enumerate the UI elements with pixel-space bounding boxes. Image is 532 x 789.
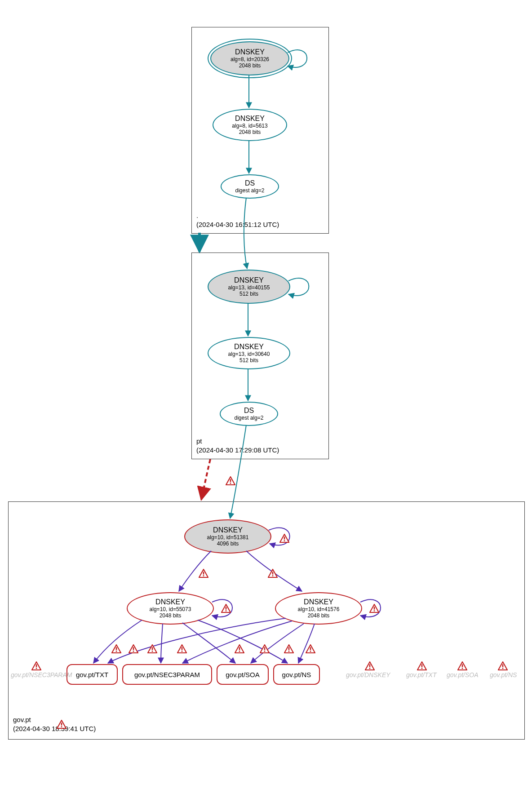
warning-icon	[365, 661, 375, 670]
ghost-ns: gov.pt/NS	[490, 671, 517, 678]
warning-icon	[226, 476, 235, 485]
node-pt-ds[interactable]: DS digest alg=2	[220, 402, 278, 426]
warning-icon	[177, 644, 187, 653]
rrset-nsec3param[interactable]: gov.pt/NSEC3PARAM	[122, 664, 212, 685]
rrset-soa[interactable]: gov.pt/SOA	[217, 664, 269, 685]
node-root-zsk[interactable]: DNSKEY alg=8, id=5613 2048 bits	[213, 109, 287, 141]
zone-pt-ts: (2024-04-30 17:29:08 UTC)	[196, 446, 279, 455]
warning-icon	[129, 644, 138, 653]
warning-icon	[417, 661, 427, 670]
warning-icon	[284, 644, 294, 653]
warning-icon	[268, 569, 278, 578]
warning-icon	[279, 534, 289, 543]
node-root-ksk[interactable]: DNSKEY alg=8, id=20326 2048 bits	[210, 41, 289, 75]
node-gov-zsk1[interactable]: DNSKEY alg=10, id=55073 2048 bits	[127, 592, 214, 625]
warning-icon	[260, 644, 270, 653]
rrset-ns[interactable]: gov.pt/NS	[273, 664, 320, 685]
node-gov-ksk[interactable]: DNSKEY alg=10, id=51381 4096 bits	[184, 519, 271, 554]
warning-icon	[235, 644, 244, 653]
warning-icon	[457, 661, 467, 670]
warning-icon	[147, 644, 157, 653]
warning-icon	[221, 604, 231, 613]
zone-root-name: .	[196, 211, 279, 220]
ghost-nsec3: gov.pt/NSEC3PARAM	[11, 671, 72, 678]
warning-icon	[31, 661, 41, 670]
zone-gov-ts: (2024-04-30 18:39:41 UTC)	[13, 724, 96, 733]
node-gov-zsk2[interactable]: DNSKEY alg=10, id=41576 2048 bits	[275, 592, 362, 625]
rrset-txt[interactable]: gov.pt/TXT	[66, 664, 118, 685]
zone-root-ts: (2024-04-30 16:51:12 UTC)	[196, 220, 279, 229]
ghost-soa: gov.pt/SOA	[447, 671, 479, 678]
warning-icon	[306, 644, 315, 653]
ghost-dnskey: gov.pt/DNSKEY	[346, 671, 390, 678]
warning-icon	[199, 569, 208, 578]
zone-pt-name: pt	[196, 437, 279, 446]
warning-icon	[369, 604, 379, 613]
node-pt-ksk[interactable]: DNSKEY alg=13, id=40155 512 bits	[208, 270, 290, 304]
warning-icon	[111, 644, 121, 653]
warning-icon	[57, 720, 66, 729]
node-pt-zsk[interactable]: DNSKEY alg=13, id=30640 512 bits	[208, 337, 290, 369]
warning-icon	[498, 661, 508, 670]
ghost-txt: gov.pt/TXT	[406, 671, 436, 678]
zone-gov-name: gov.pt	[13, 715, 96, 724]
node-root-ds[interactable]: DS digest alg=2	[221, 174, 279, 199]
